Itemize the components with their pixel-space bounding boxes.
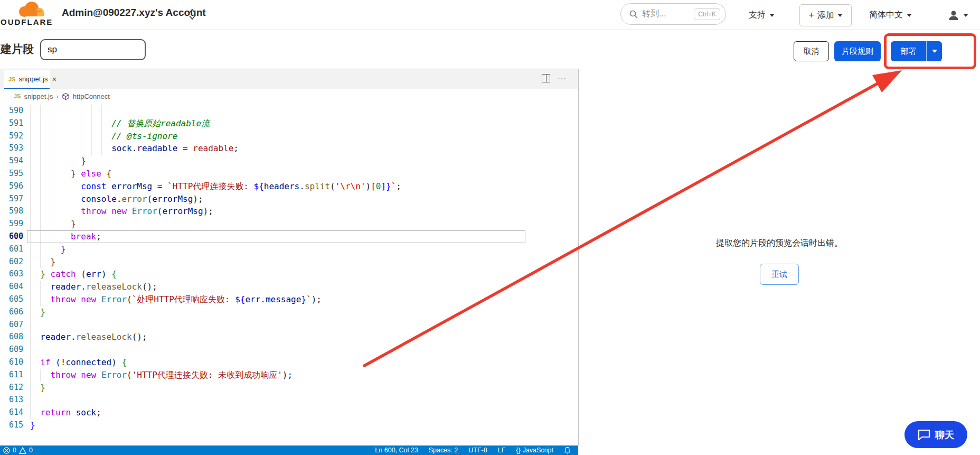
snippet-action-bar: 建片段 取消 片段规则 部署 (0, 30, 980, 69)
code-line[interactable]: 599 } (0, 218, 578, 230)
javascript-file-icon: JS (14, 93, 21, 99)
chevron-down-icon (837, 14, 843, 17)
cancel-button[interactable]: 取消 (794, 41, 829, 61)
code-line[interactable]: 605 throw new Error(`处理HTTP代理响应失败: ${err… (0, 293, 578, 306)
breadcrumb-separator: › (56, 92, 58, 100)
preview-error-message: 提取您的片段的预览会话时出错。 (716, 238, 843, 249)
language-mode[interactable]: {} JavaScript (516, 447, 553, 454)
language-menu[interactable]: 简体中文 (869, 0, 912, 30)
code-line[interactable]: 593 sock.readable = readable; (0, 142, 578, 155)
code-line[interactable]: 614 return sock; (0, 406, 578, 419)
search-icon (629, 10, 638, 18)
support-label: 支持 (749, 10, 766, 21)
user-icon (948, 10, 959, 21)
code-lines: 590 591 // 替换原始readable流592 // @ts-ignor… (0, 105, 578, 432)
account-switcher-icon[interactable] (188, 7, 196, 23)
chat-bubble-icon (918, 429, 930, 441)
code-line[interactable]: 613 (0, 394, 578, 406)
eol-setting[interactable]: LF (498, 447, 506, 454)
add-label: 添加 (817, 10, 834, 21)
chevron-down-icon (907, 14, 912, 17)
chat-button[interactable]: 聊天 (904, 421, 967, 448)
chevron-down-icon (769, 14, 775, 17)
breadcrumb-file[interactable]: snippet.js (24, 92, 53, 100)
global-search[interactable]: 转到... Ctrl+K (620, 3, 726, 25)
user-menu[interactable] (948, 0, 968, 30)
problems-status[interactable]: 0 0 (3, 447, 33, 454)
search-shortcut: Ctrl+K (694, 8, 720, 20)
code-line[interactable]: 590 (0, 105, 578, 117)
code-line[interactable]: 591 // 替换原始readable流 (0, 117, 578, 130)
split-editor-icon[interactable] (542, 74, 550, 82)
cloudflare-logo: OUDFLARE (0, 1, 58, 27)
symbol-cube-icon (62, 92, 70, 100)
code-line[interactable]: 598 throw new Error(errorMsg); (0, 205, 578, 218)
language-label: 简体中文 (869, 10, 903, 21)
chevron-down-icon (963, 14, 968, 17)
editor-tab-bar: JS snippet.js × ··· (0, 69, 578, 89)
language-label: JavaScript (523, 447, 553, 454)
code-line[interactable]: 600 break; (0, 230, 578, 243)
tab-label: snippet.js (18, 75, 48, 83)
code-line[interactable]: 604 reader.releaseLock(); (0, 281, 578, 293)
search-placeholder: 转到... (642, 8, 694, 20)
cursor-position[interactable]: Ln 600, Col 23 (375, 447, 418, 454)
bell-icon[interactable] (564, 447, 571, 454)
code-line[interactable]: 592 // @ts-ignore (0, 130, 578, 143)
javascript-file-icon: JS (8, 76, 15, 82)
warning-icon (19, 447, 26, 454)
deploy-split-button[interactable]: 部署 (891, 41, 942, 61)
breadcrumb: JS snippet.js › httpConnect (0, 89, 578, 104)
code-line[interactable]: 615} (0, 419, 578, 432)
breadcrumb-symbol[interactable]: httpConnect (73, 92, 110, 100)
top-header: OUDFLARE Admin@090227.xyz's Account 转到..… (0, 0, 980, 30)
tab-snippet-js[interactable]: JS snippet.js × (4, 70, 50, 89)
code-line[interactable]: 608 reader.releaseLock(); (0, 331, 578, 343)
deploy-dropdown-button[interactable] (926, 41, 942, 61)
code-line[interactable]: 595 } else { (0, 168, 578, 180)
code-line[interactable]: 594 } (0, 155, 578, 168)
account-title: Admin@090227.xyz's Account (62, 7, 206, 18)
support-menu[interactable]: 支持 (749, 0, 775, 30)
code-line[interactable]: 597 console.error(errorMsg); (0, 193, 578, 206)
chat-label: 聊天 (935, 429, 954, 441)
error-icon (3, 447, 10, 454)
preview-panel: 提取您的片段的预览会话时出错。 重试 (579, 69, 980, 455)
warning-count: 0 (29, 447, 33, 454)
close-icon[interactable]: × (52, 75, 56, 83)
logo-text: OUDFLARE (1, 17, 53, 26)
editor-status-bar: 0 0 Ln 600, Col 23 Spaces: 2 UTF-8 LF {}… (0, 445, 578, 455)
snippet-rules-button[interactable]: 片段规则 (834, 41, 881, 61)
retry-button[interactable]: 重试 (760, 264, 799, 285)
code-line[interactable]: 606 } (0, 306, 578, 319)
indentation-setting[interactable]: Spaces: 2 (429, 447, 458, 454)
chevron-down-icon (932, 50, 937, 53)
code-line[interactable]: 607 (0, 319, 578, 331)
snippet-name-input[interactable] (40, 39, 146, 60)
encoding-setting[interactable]: UTF-8 (468, 447, 487, 454)
plus-icon: + (808, 10, 814, 21)
code-line[interactable]: 611 throw new Error('HTTP代理连接失败: 未收到成功响应… (0, 369, 578, 382)
code-line[interactable]: 603 } catch (err) { (0, 268, 578, 281)
code-line[interactable]: 601 } (0, 243, 578, 256)
page-title: 建片段 (1, 42, 34, 57)
deploy-button[interactable]: 部署 (891, 41, 926, 61)
braces-icon: {} (516, 447, 520, 454)
code-line[interactable]: 610 if (!connected) { (0, 356, 578, 369)
error-count: 0 (13, 447, 16, 454)
more-actions-icon[interactable]: ··· (558, 74, 567, 82)
code-line[interactable]: 596 const errorMsg = `HTTP代理连接失败: ${head… (0, 180, 578, 193)
code-line[interactable]: 612 } (0, 382, 578, 394)
cloudflare-cloud-icon (16, 1, 49, 18)
code-editor[interactable]: 590 591 // 替换原始readable流592 // @ts-ignor… (0, 104, 578, 441)
code-line[interactable]: 602 } (0, 256, 578, 268)
add-menu-button[interactable]: + 添加 (799, 4, 852, 26)
code-line[interactable]: 609 (0, 343, 578, 356)
